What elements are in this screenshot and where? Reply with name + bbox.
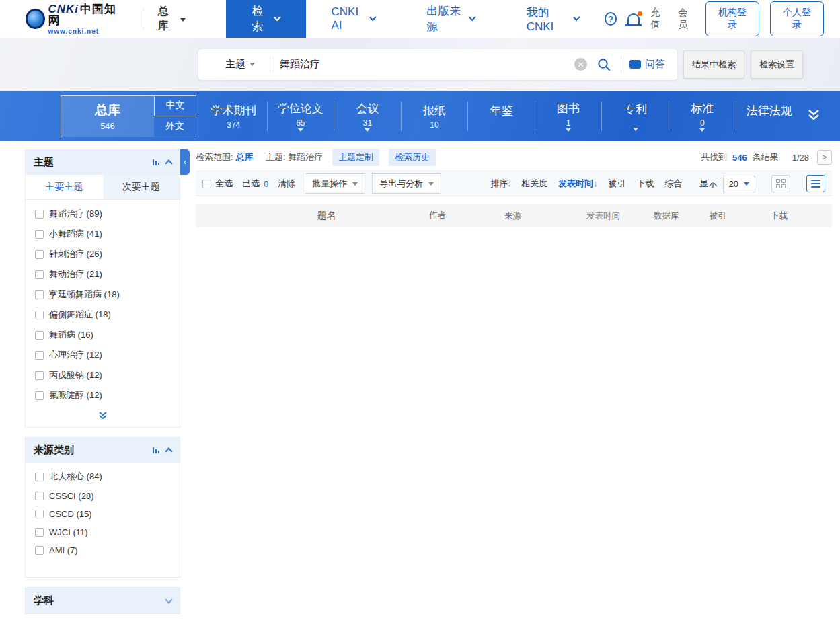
topic-filter-item[interactable]: 舞动治疗 (21) [26, 264, 180, 284]
topic-filter-item-label: 氟哌啶醇 (12) [49, 389, 102, 401]
sort-options: 相关度发表时间↓被引下载综合 [521, 178, 683, 190]
search-button[interactable] [587, 57, 621, 72]
export-analyze-select[interactable]: 导出与分析 [372, 173, 441, 194]
source-type-item[interactable]: WJCI (11) [26, 523, 180, 541]
source-type-item[interactable]: CSCD (15) [26, 505, 180, 523]
search-in-results-button[interactable]: 结果中检索 [683, 50, 744, 79]
topic-filter-item-label: 舞蹈治疗 (89) [49, 208, 102, 220]
nav-cnki-ai[interactable]: CNKI AI [306, 0, 402, 38]
results-toolbar: 全选 已选 0 清除 批量操作 导出与分析 排序: 相关度发表时间↓被引下载综合… [196, 171, 832, 196]
topic-filter-item-label: 小舞蹈病 (41) [49, 228, 102, 240]
topic-filter-item-label: 丙戊酸钠 (12) [49, 369, 102, 381]
category-tab-标准[interactable]: 标准0 [669, 102, 736, 131]
topic-filter-item[interactable]: 舞蹈治疗 (89) [26, 204, 180, 224]
source-type-item-label: CSCD (15) [49, 509, 92, 519]
lang-toggle-chinese[interactable]: 中文 [154, 96, 196, 117]
source-type-item[interactable]: 北大核心 (84) [26, 467, 180, 487]
search-input[interactable] [270, 59, 574, 70]
expand-more-icon[interactable] [26, 408, 180, 427]
category-tab-count: 31 [363, 118, 372, 127]
list-view-button[interactable] [806, 175, 825, 192]
sort-option[interactable]: 相关度 [521, 178, 547, 190]
subject-section[interactable]: 学科 [25, 587, 180, 614]
clear-selection-button[interactable]: 清除 [278, 178, 295, 190]
source-type-section: 来源类别 北大核心 (84)CSSCI (28)CSCD (15)WJCI (1… [25, 437, 180, 578]
chevron-up-icon[interactable] [165, 159, 172, 167]
topic-filter-item[interactable]: 针刺治疗 (26) [26, 244, 180, 264]
caret-down-icon [180, 18, 186, 22]
category-tab-学术期刊[interactable]: 学术期刊374 [200, 102, 267, 131]
topic-filter-item-label: 舞蹈病 (16) [49, 329, 93, 341]
member-link[interactable]: 会员 [678, 7, 695, 31]
sort-option[interactable]: 被引 [609, 178, 626, 190]
topic-filter-item[interactable]: 心理治疗 (12) [26, 345, 180, 365]
personal-login-button[interactable]: 个人登录 [770, 1, 824, 36]
bar-chart-icon[interactable] [153, 159, 160, 165]
qa-button[interactable]: 问答 [621, 56, 677, 73]
checkbox-icon [35, 331, 44, 340]
search-history-button[interactable]: 检索历史 [389, 149, 436, 166]
search-settings-button[interactable]: 检索设置 [751, 50, 803, 79]
search-box: 主题 ✕ 问答 [198, 49, 677, 80]
tab-secondary-topic[interactable]: 次要主题 [103, 175, 180, 199]
scope-switch[interactable]: 总库 [143, 9, 186, 29]
topic-filter-item[interactable]: 舞蹈病 (16) [26, 325, 180, 345]
sidebar-collapse-handle[interactable]: ‹ [180, 149, 190, 175]
page-size-select[interactable]: 20 [723, 176, 755, 192]
category-tab-年鉴[interactable]: 年鉴 [467, 102, 535, 131]
source-type-item[interactable]: AMI (7) [26, 541, 180, 559]
category-tab-学位论文[interactable]: 学位论文65 [267, 102, 334, 131]
org-login-button[interactable]: 机构登录 [705, 1, 759, 36]
logo-url: www.cnki.net [48, 28, 124, 35]
nav-publish-source[interactable]: 出版来源 [401, 0, 500, 38]
chevron-double-down-icon[interactable] [805, 108, 823, 124]
category-tab-count: 10 [430, 120, 438, 129]
cnki-logo[interactable]: CNKi中国知网 www.cnki.net [26, 3, 124, 35]
clear-icon[interactable]: ✕ [574, 58, 587, 71]
category-tab-法律法规[interactable]: 法律法规 [736, 102, 803, 131]
category-tab-专利[interactable]: 专利 [601, 102, 669, 131]
topic-tabs: 主要主题 次要主题 [26, 175, 180, 200]
category-tab-报纸[interactable]: 报纸10 [401, 102, 468, 131]
column-header: 数据库 [654, 210, 703, 222]
main-library-tab: 总库 546 中文 外文 [61, 95, 196, 137]
category-tab-count: 65 [296, 118, 305, 127]
next-page-button[interactable]: > [817, 150, 832, 165]
checkbox-icon [35, 371, 44, 380]
batch-actions-select[interactable]: 批量操作 [305, 173, 365, 194]
topic-custom-button[interactable]: 主题定制 [332, 149, 379, 166]
column-header: 被引 [703, 210, 726, 222]
caret-down-icon [744, 182, 749, 186]
checkbox-icon [202, 180, 211, 188]
lang-toggle-foreign[interactable]: 外文 [154, 116, 196, 137]
notification-bell-icon[interactable] [627, 13, 640, 24]
topic-filter-item[interactable]: 丙戊酸钠 (12) [26, 365, 180, 385]
sort-option[interactable]: 综合 [665, 178, 683, 190]
sort-option[interactable]: 下载 [637, 178, 654, 190]
select-all-checkbox[interactable]: 全选 [202, 178, 233, 190]
scope-total-link[interactable]: 总库 [236, 151, 254, 163]
bar-chart-icon[interactable] [153, 447, 160, 453]
topic-filter-item[interactable]: 偏侧舞蹈症 (18) [26, 305, 180, 325]
topic-filter-item[interactable]: 亨廷顿舞蹈病 (18) [26, 284, 180, 305]
tab-total-library[interactable]: 总库 546 [61, 96, 154, 137]
nav-my-cnki[interactable]: 我的CNKI [501, 0, 605, 38]
search-field-select[interactable]: 主题 [198, 58, 270, 71]
topic-filter-item[interactable]: 小舞蹈病 (41) [26, 224, 180, 244]
sort-option[interactable]: 发表时间↓ [558, 178, 598, 190]
source-type-item-label: AMI (7) [49, 545, 78, 555]
recharge-link[interactable]: 充值 [650, 7, 667, 31]
category-tab-图书[interactable]: 图书1 [535, 102, 602, 131]
category-tab-count: 0 [700, 118, 705, 127]
tab-primary-topic[interactable]: 主要主题 [26, 175, 103, 199]
chat-bubble-icon [629, 60, 641, 69]
help-icon[interactable]: ? [605, 12, 617, 26]
caret-down-icon [250, 63, 255, 66]
category-tab-会议[interactable]: 会议31 [334, 102, 401, 131]
topic-filter-item[interactable]: 氟哌啶醇 (12) [26, 385, 180, 405]
source-type-item[interactable]: CSSCI (28) [26, 487, 180, 505]
list-icon [811, 180, 820, 188]
grid-view-button[interactable] [771, 175, 790, 192]
chevron-up-icon[interactable] [165, 447, 172, 455]
nav-search[interactable]: 检索 [226, 0, 305, 38]
